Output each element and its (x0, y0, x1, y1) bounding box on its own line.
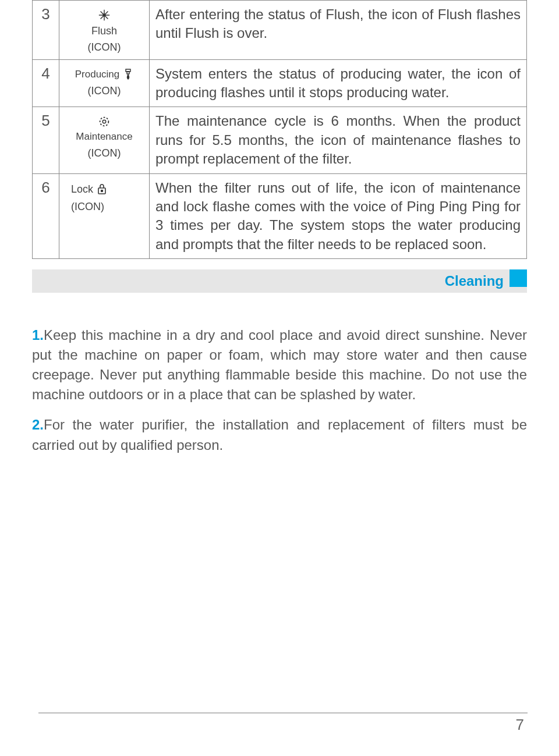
section-title: Cleaning (445, 269, 504, 293)
row-desc: When the filter runs out of life, the ic… (150, 173, 527, 259)
svg-point-8 (101, 190, 103, 191)
row-number: 5 (33, 107, 59, 173)
paragraph-text: For the water purifier, the installation… (32, 417, 527, 452)
table-row: 3 Flush (ICON) After entering the status… (33, 1, 527, 60)
row-label-cell: Lock (ICON) (59, 173, 150, 259)
svg-point-5 (100, 118, 109, 126)
section-accent-square (510, 269, 527, 287)
row-label-cell: Flush (ICON) (59, 1, 150, 60)
table-row: 5 Maintenance (ICON) The maintenance cyc… (33, 107, 527, 173)
row-desc: The maintenance cycle is 6 months. When … (150, 107, 527, 173)
lock-icon (97, 183, 107, 195)
paragraph-lead: 2. (32, 417, 44, 432)
flush-icon (98, 9, 111, 22)
row-label: Lock (71, 182, 93, 196)
paragraph-text: Keep this machine in a dry and cool plac… (32, 327, 527, 402)
body-text: 1.Keep this machine in a dry and cool pl… (32, 325, 527, 455)
section-heading-bar: Cleaning (32, 269, 527, 293)
row-sublabel: (ICON) (88, 146, 121, 160)
row-desc: After entering the status of Flush, the … (150, 1, 527, 60)
row-label: Producing (75, 68, 120, 81)
row-sublabel: (ICON) (71, 200, 104, 214)
page-number: 7 (516, 716, 524, 734)
row-label-cell: Producing (ICON) (59, 59, 150, 107)
maintenance-icon (98, 115, 111, 128)
table-row: 4 Producing (ICON) System enters the sta… (33, 59, 527, 107)
row-label: Maintenance (76, 130, 132, 144)
row-label-cell: Maintenance (ICON) (59, 107, 150, 173)
row-sublabel: (ICON) (88, 40, 121, 54)
producing-icon (123, 68, 133, 81)
svg-point-6 (102, 120, 106, 124)
row-label: Flush (91, 24, 117, 38)
table-row: 6 Lock (ICON) When the filter runs out o… (33, 173, 527, 259)
paragraph: 2.For the water purifier, the installati… (32, 415, 527, 455)
row-number: 3 (33, 1, 59, 60)
icon-table: 3 Flush (ICON) After entering the status… (32, 0, 527, 259)
page: 3 Flush (ICON) After entering the status… (0, 0, 559, 756)
row-number: 4 (33, 59, 59, 107)
row-sublabel: (ICON) (88, 84, 121, 98)
row-number: 6 (33, 173, 59, 259)
paragraph: 1.Keep this machine in a dry and cool pl… (32, 325, 527, 404)
svg-point-4 (102, 13, 106, 17)
row-desc: System enters the status of producing wa… (150, 59, 527, 107)
paragraph-lead: 1. (32, 327, 44, 343)
